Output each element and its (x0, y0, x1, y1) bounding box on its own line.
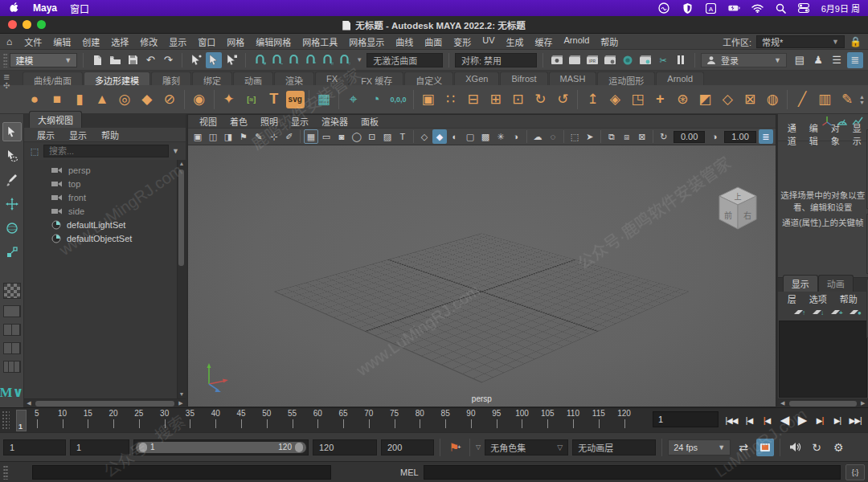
go-to-end-button[interactable]: ▶▶| (847, 411, 863, 429)
menu-item-变形[interactable]: 变形 (448, 35, 477, 48)
character-set-selector[interactable]: 无角色集▽ (485, 439, 568, 455)
quad-draw-icon[interactable]: ⊠ (739, 88, 760, 111)
mute-audio-icon[interactable] (786, 439, 804, 456)
gate-mask-icon[interactable]: ◯ (350, 129, 364, 144)
separate-icon[interactable]: ∷ (440, 88, 461, 111)
move-layer-up-icon[interactable]: ↑ (793, 307, 806, 318)
poly-disc-icon[interactable]: ⊘ (159, 88, 180, 111)
poly-cone-icon[interactable]: ▲ (92, 88, 113, 111)
channel-lists-icon[interactable]: ☰ (829, 52, 845, 68)
animation-preferences-icon[interactable]: ⚙ (829, 439, 847, 456)
append-to-poly-icon[interactable]: ✎ (837, 88, 858, 111)
playback-end-field[interactable]: 120 (313, 439, 377, 455)
menu-item-修改[interactable]: 修改 (134, 35, 163, 48)
hypershade-layout-button[interactable] (3, 283, 21, 299)
viewport-menu-视图[interactable]: 视图 (193, 115, 223, 128)
script-editor-button[interactable]: {;} (845, 464, 865, 480)
textured-icon[interactable]: ▩ (478, 129, 493, 144)
merge-vertices-icon[interactable]: ⊞ (485, 88, 506, 111)
outliner-menu-显示[interactable]: 显示 (63, 129, 93, 141)
wifi-icon[interactable] (751, 3, 764, 14)
shelf-tab-MASH[interactable]: MASH (549, 71, 597, 85)
film-gate-icon[interactable]: ▭ (319, 129, 334, 144)
extract-icon[interactable]: ◇ (717, 88, 738, 111)
used-lights-icon[interactable]: ✳ (493, 129, 508, 144)
chevron-down-icon[interactable]: ▽ (476, 443, 481, 451)
isolate-select-icon[interactable]: ⬚ (567, 129, 582, 144)
chevron-down-icon[interactable]: ▼ (172, 147, 179, 155)
menu-item-生成[interactable]: 生成 (501, 35, 530, 48)
layer-editor-menu-帮助[interactable]: 帮助 (833, 292, 864, 305)
extrude-icon[interactable]: ↥ (582, 88, 603, 111)
wireframe-icon[interactable]: ◇ (417, 129, 432, 144)
circularize-icon[interactable]: ⊛ (672, 88, 693, 111)
pause-icon[interactable] (673, 52, 689, 68)
step-forward-frame-button[interactable]: ▶| (829, 411, 845, 429)
grid-toggle-icon[interactable]: ▦ (304, 129, 318, 144)
adobe-cc-icon[interactable] (658, 3, 670, 14)
camera-settings-icon[interactable]: ◨ (221, 129, 235, 144)
menu-item-缓存[interactable]: 缓存 (530, 35, 559, 48)
snap-to-origin-icon[interactable]: 0,0,0 (388, 88, 409, 111)
shelf-tab-FX[interactable]: FX (315, 71, 349, 85)
status-line-grip[interactable] (3, 53, 7, 67)
command-language-label[interactable]: MEL (400, 468, 419, 477)
shelf-tab-多边形建模[interactable]: 多边形建模 (84, 71, 150, 85)
connect-tool-icon[interactable]: ╱ (792, 88, 813, 111)
scrollbar-thumb[interactable] (35, 401, 174, 406)
go-to-start-button[interactable]: |◀◀ (723, 411, 739, 429)
outliner-menu-帮助[interactable]: 帮助 (95, 129, 125, 141)
outliner-item-defaultLightSet[interactable]: defaultLightSet (24, 218, 177, 231)
range-slider[interactable]: 1 120 (133, 439, 309, 455)
outliner-horizontal-scrollbar[interactable]: ◀ ▶ (24, 398, 186, 407)
render-setup-icon[interactable] (620, 52, 636, 68)
combine-icon[interactable]: ▣ (418, 88, 439, 111)
animation-end-field[interactable]: 200 (381, 439, 434, 455)
scrollbar-thumb[interactable] (789, 401, 857, 406)
menu-item-网格工具[interactable]: 网格工具 (297, 35, 343, 48)
lasso-tool[interactable] (2, 146, 22, 165)
menu-item-编辑[interactable]: 编辑 (47, 35, 76, 48)
menu-item-选择[interactable]: 选择 (105, 35, 134, 48)
scroll-left-icon[interactable]: ◀ (778, 400, 788, 406)
new-layer-icon[interactable]: + (830, 307, 843, 318)
poly-cube-icon[interactable]: ■ (47, 88, 68, 111)
poly-sphere-icon[interactable]: ● (24, 88, 45, 111)
type-tool-icon[interactable]: [≈] (241, 88, 262, 111)
camera-background-icon[interactable]: ▨ (380, 129, 395, 144)
menu-item-曲面[interactable]: 曲面 (419, 35, 448, 48)
scroll-right-icon[interactable]: ▶ (176, 400, 186, 406)
menu-item-编辑网格[interactable]: 编辑网格 (250, 35, 297, 48)
viewport-canvas[interactable]: 上 前 右 persp (188, 145, 776, 406)
input-method-icon[interactable]: A (705, 3, 717, 14)
fill-hole-icon[interactable]: ⊡ (507, 88, 528, 111)
menu-item-帮助[interactable]: 帮助 (595, 35, 624, 48)
outliner-tab[interactable]: 大纲视图 (29, 111, 82, 128)
animation-start-field[interactable]: 1 (3, 439, 66, 455)
workspace-selector[interactable]: 常规*▼ (756, 35, 845, 48)
character-controls-icon[interactable]: ♟ (810, 52, 826, 68)
shelf-tab-自定义[interactable]: 自定义 (404, 71, 453, 85)
image-plane-icon[interactable]: ⊠ (635, 129, 649, 144)
redo-icon[interactable]: ↷ (160, 52, 176, 68)
modeling-toolkit-icon[interactable]: ▤ (792, 52, 808, 68)
bounding-box-icon[interactable]: ▢ (463, 129, 477, 144)
retopologize-icon[interactable]: ↺ (552, 88, 573, 111)
bridge-icon[interactable]: ◈ (604, 88, 625, 111)
menu-item-文件[interactable]: 文件 (18, 35, 47, 48)
exposure-icon[interactable]: ↻ (657, 129, 671, 144)
menu-item-创建[interactable]: 创建 (76, 35, 105, 48)
render-frame-icon[interactable] (567, 52, 583, 68)
privacy-shield-icon[interactable] (682, 3, 694, 14)
new-layer-selected-icon[interactable]: ● (849, 307, 862, 318)
camera-icon[interactable]: ▣ (190, 129, 205, 144)
macos-date[interactable]: 6月9日 周 (821, 2, 860, 14)
field-chart-icon[interactable]: ⊡ (365, 129, 379, 144)
viewport-menu-渲染器[interactable]: 渲染器 (315, 115, 354, 128)
select-hierarchy-icon[interactable] (188, 52, 204, 68)
render-settings-icon[interactable] (602, 52, 618, 68)
command-response-field[interactable] (32, 465, 331, 480)
shelf-tab-运动图形[interactable]: 运动图形 (597, 71, 655, 85)
edit-pencil-icon[interactable]: ✐ (282, 129, 297, 144)
multi-cut-icon[interactable]: ▥ (814, 88, 835, 111)
